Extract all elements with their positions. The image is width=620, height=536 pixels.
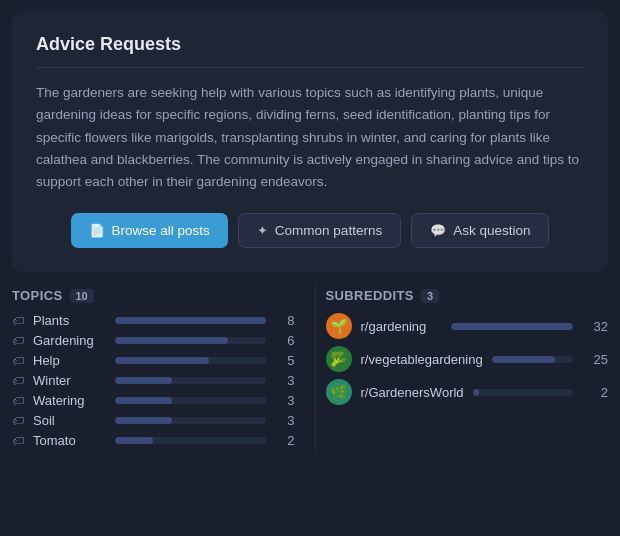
tag-icon: 🏷 — [12, 414, 26, 428]
subreddit-count: 25 — [588, 352, 608, 367]
topic-bar-wrap — [115, 397, 265, 404]
topic-bar — [115, 377, 171, 384]
topic-bar-wrap — [115, 437, 265, 444]
topic-row: 🏷 Help 5 — [12, 353, 295, 368]
subreddit-name: r/vegetablegardening — [361, 352, 483, 367]
topic-count: 3 — [279, 393, 295, 408]
topic-name: Soil — [33, 413, 108, 428]
subreddit-avatar: 🌿 — [326, 379, 352, 405]
topics-label: Topics — [12, 288, 63, 303]
topic-row: 🏷 Soil 3 — [12, 413, 295, 428]
document-icon: 📄 — [89, 223, 105, 238]
subreddit-name: r/GardenersWorld — [361, 385, 464, 400]
card-title: Advice Requests — [36, 34, 584, 55]
subreddit-bar — [451, 323, 573, 330]
topic-name: Gardening — [33, 333, 108, 348]
subreddit-row: 🌱 r/gardening 32 — [326, 313, 609, 339]
topic-count: 6 — [279, 333, 295, 348]
subreddit-count: 32 — [588, 319, 608, 334]
topic-count: 5 — [279, 353, 295, 368]
subreddit-bar — [473, 389, 479, 396]
tag-icon: 🏷 — [12, 374, 26, 388]
sparkle-icon: ✦ — [257, 223, 268, 238]
topic-row: 🏷 Tomato 2 — [12, 433, 295, 448]
subreddit-bar-wrap — [451, 323, 573, 330]
topic-bar — [115, 417, 171, 424]
subreddit-row: 🌿 r/GardenersWorld 2 — [326, 379, 609, 405]
subreddit-avatar: 🥦 — [326, 346, 352, 372]
common-patterns-button[interactable]: ✦ Common patterns — [238, 213, 401, 248]
subreddits-column: Subreddits 3 🌱 r/gardening 32 🥦 r/vegeta… — [315, 284, 609, 453]
tag-icon: 🏷 — [12, 334, 26, 348]
topic-name: Winter — [33, 373, 108, 388]
subreddits-count: 3 — [421, 289, 439, 303]
topic-count: 8 — [279, 313, 295, 328]
subreddit-name: r/gardening — [361, 319, 442, 334]
subreddit-bar — [492, 356, 556, 363]
topic-name: Help — [33, 353, 108, 368]
topics-list: 🏷 Plants 8 🏷 Gardening 6 🏷 Help 5 🏷 Wint… — [12, 313, 295, 448]
topic-bar — [115, 357, 209, 364]
topics-count: 10 — [70, 289, 94, 303]
topic-count: 3 — [279, 413, 295, 428]
topic-name: Tomato — [33, 433, 108, 448]
ask-question-button[interactable]: 💬 Ask question — [411, 213, 549, 248]
tag-icon: 🏷 — [12, 314, 26, 328]
subreddits-list: 🌱 r/gardening 32 🥦 r/vegetablegardening … — [326, 313, 609, 405]
subreddits-label: Subreddits — [326, 288, 414, 303]
topic-bar-wrap — [115, 317, 265, 324]
browse-all-posts-button[interactable]: 📄 Browse all posts — [71, 213, 228, 248]
subreddit-row: 🥦 r/vegetablegardening 25 — [326, 346, 609, 372]
topic-row: 🏷 Plants 8 — [12, 313, 295, 328]
topic-row: 🏷 Watering 3 — [12, 393, 295, 408]
topic-bar — [115, 437, 153, 444]
subreddit-bar-wrap — [492, 356, 573, 363]
topics-column: Topics 10 🏷 Plants 8 🏷 Gardening 6 🏷 Hel… — [12, 284, 315, 453]
topic-count: 2 — [279, 433, 295, 448]
bottom-section: Topics 10 🏷 Plants 8 🏷 Gardening 6 🏷 Hel… — [0, 284, 620, 465]
topic-bar-wrap — [115, 337, 265, 344]
card-description: The gardeners are seeking help with vari… — [36, 82, 584, 193]
topic-bar — [115, 317, 265, 324]
tag-icon: 🏷 — [12, 434, 26, 448]
topic-bar — [115, 337, 228, 344]
topic-row: 🏷 Winter 3 — [12, 373, 295, 388]
topic-bar — [115, 397, 171, 404]
button-row: 📄 Browse all posts ✦ Common patterns 💬 A… — [36, 213, 584, 248]
subreddit-count: 2 — [588, 385, 608, 400]
advice-requests-card: Advice Requests The gardeners are seekin… — [12, 12, 608, 272]
tag-icon: 🏷 — [12, 354, 26, 368]
divider — [36, 67, 584, 68]
topic-bar-wrap — [115, 417, 265, 424]
chat-icon: 💬 — [430, 223, 446, 238]
subreddit-avatar: 🌱 — [326, 313, 352, 339]
topic-row: 🏷 Gardening 6 — [12, 333, 295, 348]
tag-icon: 🏷 — [12, 394, 26, 408]
topic-count: 3 — [279, 373, 295, 388]
topic-name: Watering — [33, 393, 108, 408]
topic-bar-wrap — [115, 377, 265, 384]
subreddit-bar-wrap — [473, 389, 573, 396]
topic-bar-wrap — [115, 357, 265, 364]
subreddits-header: Subreddits 3 — [326, 284, 609, 303]
topic-name: Plants — [33, 313, 108, 328]
topics-header: Topics 10 — [12, 284, 295, 303]
